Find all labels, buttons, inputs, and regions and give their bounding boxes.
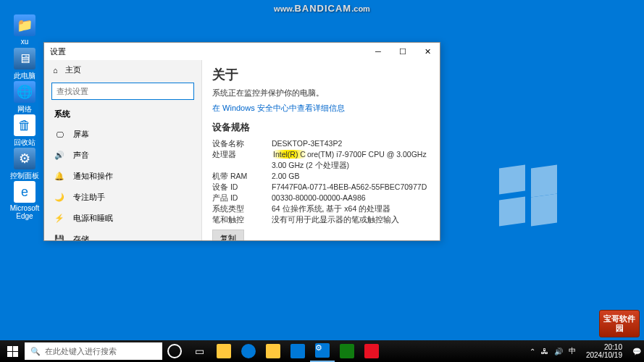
category-header: 系统: [44, 104, 201, 124]
taskbar-app-edge[interactable]: [236, 340, 261, 362]
protection-status: 系统正在监控并保护你的电脑。: [212, 88, 430, 98]
bandicam-watermark: www.BANDICAM.com: [274, 3, 370, 14]
spec-value-ram: 2.00 GB: [272, 171, 430, 182]
home-icon: ⌂: [53, 66, 58, 75]
settings-window: 设置 ─ ☐ ✕ ⌂ 主页 系统 🖵屏幕 🔊声音 🔔通知和操作 🌙专注助手 ⚡电…: [43, 42, 440, 241]
spec-label: 处理器: [212, 149, 272, 171]
task-view-button[interactable]: ▭: [187, 340, 212, 362]
display-icon: 🖵: [54, 130, 64, 139]
settings-sidebar: ⌂ 主页 系统 🖵屏幕 🔊声音 🔔通知和操作 🌙专注助手 ⚡电源和睡眠 💾存储 …: [44, 60, 202, 240]
bell-icon: 🔔: [54, 172, 64, 181]
spec-label: 机带 RAM: [212, 171, 272, 182]
about-panel: 关于 系统正在监控并保护你的电脑。 在 Windows 安全中心中查看详细信息 …: [202, 60, 440, 240]
taskbar-app-settings[interactable]: ⚙: [310, 340, 335, 362]
nav-sound[interactable]: 🔊声音: [44, 145, 201, 166]
spec-label: 系统类型: [212, 203, 272, 214]
system-tray: ⌃ 🖧 🔊 中 20:10 2024/10/19 💬: [530, 343, 644, 359]
moon-icon: 🌙: [54, 193, 64, 202]
nav-power-sleep[interactable]: ⚡电源和睡眠: [44, 208, 201, 229]
device-specs-heading: 设备规格: [212, 121, 430, 134]
taskbar-app-1[interactable]: [212, 340, 236, 362]
copy-button[interactable]: 复制: [212, 230, 244, 240]
windows-icon: [7, 346, 18, 357]
tray-ime[interactable]: 中: [569, 346, 576, 356]
taskbar-app-explorer[interactable]: [261, 340, 285, 362]
taskbar-search[interactable]: 🔍 在此处键入进行搜索: [25, 342, 162, 360]
window-title: 设置: [50, 46, 366, 57]
cortana-button[interactable]: [162, 340, 187, 362]
spec-value-device-id: F7447F0A-0771-4BEB-A562-55FBEC70977D: [272, 182, 430, 193]
tray-network-icon[interactable]: 🖧: [541, 348, 548, 355]
start-button[interactable]: [0, 340, 25, 362]
maximize-button[interactable]: ☐: [390, 43, 415, 60]
taskbar-app-7[interactable]: [359, 340, 384, 362]
desktop-icon-network[interactable]: 🌐网络: [7, 81, 42, 114]
titlebar[interactable]: 设置 ─ ☐ ✕: [44, 43, 440, 60]
desktop-icon-control-panel[interactable]: ⚙控制面板: [7, 148, 42, 181]
spec-value-pen-touch: 没有可用于此显示器的笔或触控输入: [272, 214, 430, 225]
spec-label: 设备名称: [212, 138, 272, 149]
spec-value-device-name: DESKTOP-3ET43P2: [272, 138, 430, 149]
power-icon: ⚡: [54, 214, 64, 223]
tray-chevron-icon[interactable]: ⌃: [530, 348, 535, 355]
security-center-link[interactable]: 在 Windows 安全中心中查看详细信息: [212, 103, 430, 114]
desktop-icon-user[interactable]: 📁xu: [7, 14, 42, 46]
desktop-icon-edge[interactable]: eMicrosoft Edge: [7, 181, 42, 220]
close-button[interactable]: ✕: [415, 43, 440, 60]
home-link[interactable]: ⌂ 主页: [44, 60, 201, 80]
tray-volume-icon[interactable]: 🔊: [554, 348, 563, 355]
spec-value-processor: Intel(R) Core(TM) i7-9700F CPU @ 3.00GHz…: [272, 149, 430, 171]
desktop-icon-recycle-bin[interactable]: 🗑回收站: [7, 114, 42, 148]
spec-value-product-id: 00330-80000-00000-AA986: [272, 193, 430, 203]
storage-icon: 💾: [54, 235, 64, 240]
taskbar: 🔍 在此处键入进行搜索 ▭ ⚙ ⌃ 🖧 🔊 中 20:10 2024/10/19…: [0, 340, 644, 362]
taskbar-app-store[interactable]: [285, 340, 310, 362]
settings-search-input[interactable]: [51, 83, 194, 100]
taskbar-app-6[interactable]: [335, 340, 359, 362]
nav-focus-assist[interactable]: 🌙专注助手: [44, 187, 201, 208]
desktop-icon-this-pc[interactable]: 🖥此电脑: [7, 48, 42, 81]
notification-center-icon[interactable]: 💬: [632, 348, 641, 355]
minimize-button[interactable]: ─: [366, 43, 390, 60]
spec-label: 产品 ID: [212, 193, 272, 203]
windows-logo-wallpaper: [499, 167, 557, 224]
nav-notifications[interactable]: 🔔通知和操作: [44, 166, 201, 187]
spec-label: 设备 ID: [212, 182, 272, 193]
spec-value-system-type: 64 位操作系统, 基于 x64 的处理器: [272, 203, 430, 214]
nav-storage[interactable]: 💾存储: [44, 229, 201, 240]
sound-icon: 🔊: [54, 151, 64, 160]
about-heading: 关于: [212, 66, 430, 83]
taskbar-clock[interactable]: 20:10 2024/10/19: [582, 343, 627, 359]
nav-display[interactable]: 🖵屏幕: [44, 124, 201, 145]
spec-label: 笔和触控: [212, 214, 272, 225]
search-icon: 🔍: [30, 347, 41, 356]
watermark-badge: 宝哥软件园: [599, 310, 640, 337]
